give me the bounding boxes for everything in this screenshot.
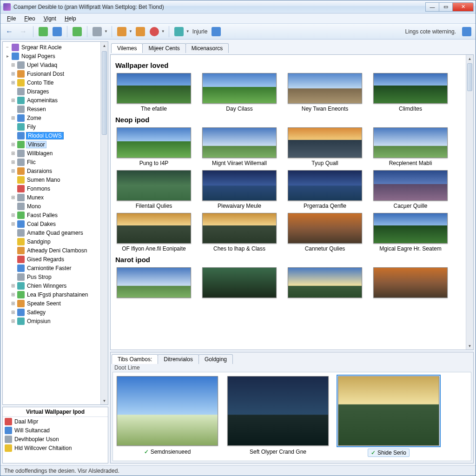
expand-icon[interactable]: ⊞ <box>10 292 16 297</box>
expand-icon[interactable]: ⊞ <box>10 151 16 156</box>
wallpaper-thumb[interactable]: Mignt Viiraet Willemall <box>201 127 278 167</box>
list-item[interactable]: Hld Willcover Chltaition <box>3 443 108 452</box>
preview-thumb[interactable]: Seft Olyper Crand Gne <box>227 376 329 455</box>
maximize-button[interactable]: ▭ <box>439 2 453 12</box>
tree-item[interactable]: ⊞Munex <box>3 193 100 202</box>
tool-1[interactable] <box>37 26 49 38</box>
tree-view[interactable]: −Srgear Rit Aocle▸Nogal Pogers⊞Upel Viad… <box>2 41 108 405</box>
tool-4[interactable] <box>91 26 103 38</box>
expand-icon[interactable]: ⊞ <box>10 71 16 76</box>
tool-5[interactable] <box>116 26 128 38</box>
list-item[interactable]: Daal Mipr <box>3 417 108 426</box>
dropdown-icon[interactable]: ▼ <box>129 29 132 33</box>
expand-icon[interactable]: ⊞ <box>10 115 16 120</box>
menu-fleo[interactable]: Fleo <box>20 14 39 23</box>
tree-item[interactable]: ⊞Vilnsor <box>3 140 100 149</box>
wallpaper-thumb[interactable]: Cacµer Quille <box>372 170 449 210</box>
menu-help[interactable]: Help <box>61 14 80 23</box>
tab[interactable]: Mijeer Cents <box>142 43 185 53</box>
scroll-up-icon[interactable]: ▲ <box>466 55 473 62</box>
tool-9[interactable] <box>210 26 222 38</box>
expand-icon[interactable]: ⊞ <box>10 221 16 226</box>
wallpaper-thumb[interactable]: Recplenent Mabli <box>372 127 449 167</box>
tree-item[interactable]: Disrages <box>3 87 100 96</box>
preview-thumb[interactable]: ✓ Semdnsienueed <box>117 376 218 455</box>
wallpaper-thumb[interactable]: Tyup Quall <box>286 127 364 167</box>
tab[interactable]: Micenasorcs <box>185 43 229 53</box>
tool-7[interactable] <box>148 26 160 38</box>
tree-item[interactable]: Mono <box>3 202 100 211</box>
tool-6[interactable] <box>134 26 146 38</box>
wallpaper-thumb[interactable] <box>372 267 449 307</box>
scroll-thumb[interactable] <box>102 51 107 135</box>
expand-icon[interactable]: ⊞ <box>10 195 16 200</box>
scroll-thumb[interactable] <box>467 63 472 91</box>
tree-item[interactable]: ⊞Omipsiun <box>3 317 100 325</box>
dropdown-icon[interactable]: ▼ <box>186 29 190 33</box>
tree-item[interactable]: ⊞Chien Winngers <box>3 281 100 290</box>
tree-item[interactable]: Sandginp <box>3 237 100 246</box>
tool-8[interactable] <box>173 26 185 38</box>
expand-icon[interactable]: ⊞ <box>10 142 16 147</box>
expand-icon[interactable]: ⊞ <box>10 80 16 85</box>
expand-icon[interactable]: ⊞ <box>10 159 16 165</box>
tool-3[interactable] <box>71 26 83 38</box>
tree-item[interactable]: Gised Regards <box>3 255 100 264</box>
minimize-button[interactable]: — <box>425 2 439 12</box>
content-scrollbar[interactable]: ▲ ▼ <box>466 55 473 350</box>
scroll-down-icon[interactable]: ▼ <box>466 342 473 350</box>
wallpaper-thumb[interactable] <box>286 267 364 307</box>
wallpaper-thumb[interactable]: Prgerrada Qenfle <box>286 170 364 210</box>
tree-item[interactable]: Amatte Quad geamers <box>3 228 100 237</box>
expand-icon[interactable]: ▸ <box>5 53 10 59</box>
preview-thumb[interactable]: ✓ Shide Serio <box>338 376 439 457</box>
close-button[interactable]: ✕ <box>452 2 474 12</box>
tree-item[interactable]: ⊞Satlegy <box>3 308 100 317</box>
wallpaper-thumb[interactable]: Pung to I4P <box>115 127 192 167</box>
list-item[interactable]: Devlhboplər Uson <box>3 435 108 443</box>
tree-item[interactable]: ⊞Coal Dakes <box>3 219 100 228</box>
wallpaper-thumb[interactable]: Ney Twan Eneonts <box>286 73 364 113</box>
dropdown-icon[interactable]: ▼ <box>104 29 108 33</box>
scroll-up-icon[interactable]: ▲ <box>101 42 108 49</box>
tree-item[interactable]: Fonmons <box>3 184 100 193</box>
tree-item[interactable]: Pus Strop <box>3 272 100 281</box>
wallpaper-thumb[interactable]: Ches to lhap & Class <box>201 213 278 253</box>
tree-item[interactable]: Carniontite Faster <box>3 264 100 272</box>
wallpaper-thumb[interactable]: Filentail Qulies <box>115 170 192 210</box>
tree-item[interactable]: ⊞Dasraions <box>3 166 100 175</box>
expand-icon[interactable]: ⊞ <box>10 301 16 306</box>
expand-icon[interactable]: ⊞ <box>10 98 16 103</box>
tree-item[interactable]: Rlodol LOWS <box>3 131 100 140</box>
scroll-down-icon[interactable]: ▼ <box>101 397 108 404</box>
tab[interactable]: Goldging <box>198 354 233 364</box>
tree-item[interactable]: ⊞Willblagen <box>3 149 100 158</box>
expand-icon[interactable]: − <box>5 45 10 50</box>
list-item[interactable]: Will Sultancad <box>3 426 108 435</box>
tree-item[interactable]: ⊞Upel Viadaq <box>3 60 100 69</box>
tree-scrollbar[interactable]: ▲ ▼ <box>100 42 108 404</box>
wallpaper-thumb[interactable]: Cannetur Qulies <box>286 213 364 253</box>
tab[interactable]: Tibs Oambos: <box>112 354 158 364</box>
expand-icon[interactable]: ⊞ <box>10 310 16 315</box>
tree-item[interactable]: Ressen <box>3 105 100 113</box>
dropdown-icon[interactable]: ▼ <box>161 29 165 33</box>
tab[interactable]: Vilemes <box>111 43 143 53</box>
wallpaper-thumb[interactable] <box>201 267 278 307</box>
wallpaper-thumb[interactable]: Climdítes <box>372 73 449 113</box>
expand-icon[interactable]: ⊞ <box>10 318 16 324</box>
tree-item[interactable]: Sumen Mano <box>3 175 100 184</box>
wallpaper-thumb[interactable] <box>115 267 192 307</box>
tree-item[interactable]: ⊞Lea lFgsti pharshatainen <box>3 290 100 299</box>
wallpaper-thumb[interactable]: Mgical Eagre Hr. Seatem <box>372 213 449 253</box>
wallpaper-thumb[interactable]: Plewaivary Meule <box>201 170 278 210</box>
wallpaper-thumb[interactable]: Day Cilass <box>201 73 278 113</box>
tree-item[interactable]: ⊞Aqomeinitas <box>3 96 100 105</box>
menu-vignt[interactable]: Vignt <box>40 14 60 23</box>
wallpaper-thumb[interactable]: OF lfiyon Ane.fil Eonipaite <box>115 213 192 253</box>
expand-icon[interactable]: ⊞ <box>10 212 16 218</box>
wallpaper-thumb[interactable]: The efatile <box>115 73 192 113</box>
tree-item[interactable]: −Srgear Rit Aocle <box>3 43 100 52</box>
expand-icon[interactable]: ⊞ <box>10 62 16 67</box>
tree-item[interactable]: ⊞Conto Title <box>3 78 100 87</box>
